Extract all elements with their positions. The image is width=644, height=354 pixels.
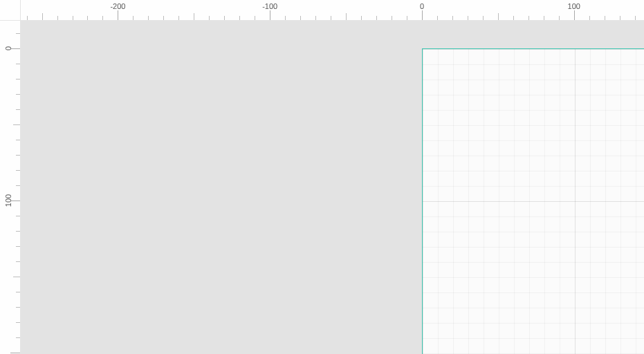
ruler-tick: [285, 16, 286, 20]
ruler-tick: [16, 79, 20, 80]
ruler-label: 100: [4, 194, 12, 207]
ruler-tick: [178, 16, 179, 20]
ruler-tick: [16, 109, 20, 110]
ruler-tick: [16, 231, 20, 232]
ruler-tick: [16, 170, 20, 171]
ruler-label: 100: [568, 2, 580, 10]
ruler-tick: [559, 16, 560, 20]
ruler-tick: [57, 16, 58, 20]
grid-line: [423, 292, 644, 293]
ruler-tick: [255, 16, 255, 20]
grid-line: [423, 216, 644, 217]
ruler-tick: [468, 16, 468, 20]
ruler-tick: [544, 16, 544, 20]
grid-line: [423, 186, 644, 187]
ruler-tick: [392, 16, 392, 20]
ruler-tick: [300, 16, 301, 20]
ruler-tick: [16, 64, 20, 64]
ruler-tick: [194, 13, 194, 20]
ruler-tick: [513, 16, 514, 20]
ruler-tick: [16, 261, 20, 262]
ruler-tick: [16, 292, 20, 292]
grid-line: [423, 353, 644, 354]
ruler-tick: [331, 16, 331, 20]
ruler-tick: [16, 216, 20, 216]
document-page[interactable]: [422, 48, 644, 354]
ruler-tick: [16, 307, 20, 308]
ruler-tick: [148, 16, 149, 20]
ruler-tick: [13, 124, 20, 125]
ruler-tick: [42, 13, 43, 20]
ruler-tick: [16, 246, 20, 247]
grid-line: [423, 171, 644, 171]
vertical-ruler[interactable]: 0100: [0, 21, 21, 354]
grid-line: [423, 49, 644, 50]
grid-line: [423, 232, 644, 232]
ruler-tick: [361, 16, 362, 20]
ruler-tick: [133, 16, 134, 20]
ruler-tick: [574, 10, 575, 20]
ruler-tick: [635, 16, 636, 20]
ruler-tick: [209, 16, 210, 20]
ruler-tick: [315, 16, 316, 20]
ruler-tick: [452, 16, 453, 20]
ruler-label: -100: [262, 2, 277, 10]
ruler-tick: [16, 185, 20, 186]
ruler-tick: [118, 10, 118, 20]
ruler-tick: [422, 10, 423, 20]
ruler-tick: [16, 33, 20, 34]
ruler-tick: [16, 337, 20, 338]
ruler-tick: [27, 16, 28, 20]
grid-line: [423, 95, 644, 95]
ruler-tick: [346, 13, 347, 20]
grid-line: [423, 247, 644, 248]
ruler-tick: [73, 16, 73, 20]
ruler-tick: [16, 322, 20, 323]
design-canvas-app: { "canvas": { "pasteboard_color": "#e3e3…: [0, 0, 644, 354]
ruler-tick: [528, 16, 529, 20]
ruler-tick: [87, 16, 88, 20]
ruler-tick: [239, 16, 240, 20]
canvas-area[interactable]: [21, 21, 644, 354]
ruler-tick: [16, 94, 20, 95]
grid-line: [423, 125, 644, 126]
horizontal-ruler[interactable]: -200-1000100: [21, 0, 644, 21]
grid-line: [423, 338, 644, 339]
ruler-corner: [0, 0, 21, 21]
grid-line: [423, 308, 644, 308]
ruler-tick: [16, 155, 20, 156]
ruler-tick: [407, 16, 407, 20]
ruler-tick: [270, 10, 270, 20]
ruler-tick: [10, 353, 20, 353]
ruler-label: -200: [110, 2, 125, 10]
grid-line: [423, 140, 644, 141]
grid-line: [423, 110, 644, 111]
grid-line: [423, 262, 644, 263]
grid-line: [423, 201, 644, 202]
ruler-label: 0: [4, 41, 12, 55]
ruler-tick: [498, 13, 499, 20]
grid-line: [423, 277, 644, 278]
ruler-tick: [483, 16, 484, 20]
ruler-tick: [620, 16, 620, 20]
ruler-tick: [437, 16, 438, 20]
ruler-tick: [605, 16, 605, 20]
ruler-tick: [589, 16, 590, 20]
ruler-label: 0: [420, 2, 424, 10]
ruler-tick: [376, 16, 377, 20]
grid-line: [423, 323, 644, 324]
ruler-tick: [224, 16, 225, 20]
grid-line: [423, 80, 644, 80]
ruler-tick: [102, 16, 103, 20]
grid-line: [423, 156, 644, 156]
grid-line: [423, 64, 644, 65]
ruler-tick: [13, 277, 20, 277]
ruler-tick: [163, 16, 164, 20]
ruler-tick: [16, 140, 20, 140]
